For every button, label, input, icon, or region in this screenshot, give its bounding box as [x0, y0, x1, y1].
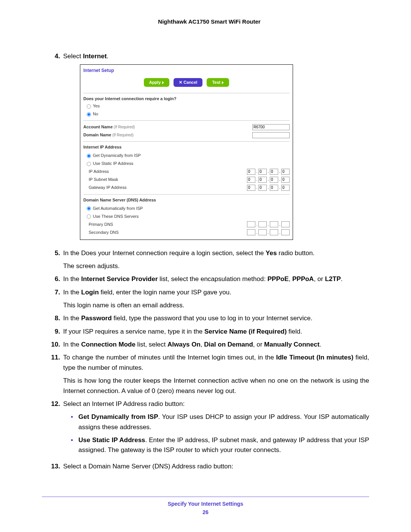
gw-oct1[interactable]: [247, 185, 255, 191]
pdns-oct2[interactable]: [258, 221, 267, 227]
step4-prefix: Select: [63, 53, 83, 60]
account-name-input[interactable]: [252, 124, 290, 130]
apply-arrow-icon: [162, 81, 164, 84]
no-label: No: [93, 112, 98, 116]
gw-oct3[interactable]: [270, 185, 278, 191]
panel-title: Internet Setup: [80, 65, 293, 76]
step12-bullet1: Get Dynamically from ISP. Your ISP uses …: [71, 412, 369, 432]
ip-oct3[interactable]: [270, 169, 278, 175]
sdns-label: Secondary DNS: [83, 229, 247, 236]
page-footer: Specify Your Internet Settings 26: [42, 497, 369, 515]
mask-oct3[interactable]: [270, 177, 278, 183]
mask-oct1[interactable]: [247, 177, 255, 183]
sdns-oct2[interactable]: [258, 229, 267, 235]
step11-line2: This is how long the router keeps the In…: [63, 376, 369, 396]
account-hint: (If Required): [113, 125, 135, 129]
pdns-oct3[interactable]: [270, 221, 278, 227]
sdns-oct4[interactable]: [281, 229, 290, 235]
test-arrow-icon: [222, 81, 224, 84]
ip-static-label: Use Static IP Address: [93, 161, 133, 166]
step10-text: In the Connection Mode list, select Alwa…: [63, 340, 369, 350]
cancel-button[interactable]: ✕Cancel: [174, 78, 202, 87]
pdns-oct1[interactable]: [247, 221, 255, 227]
step5-line2: The screen adjusts.: [63, 261, 369, 271]
step-number: 12.: [49, 399, 60, 459]
sdns-oct1[interactable]: [247, 229, 255, 235]
step12-lead: Select an Internet IP Address radio butt…: [63, 399, 369, 409]
yes-label: Yes: [93, 104, 100, 108]
mask-oct2[interactable]: [258, 177, 267, 183]
gw-oct4[interactable]: [281, 185, 290, 191]
step-number: 4.: [49, 51, 60, 245]
ip-dynamic-radio[interactable]: [87, 154, 91, 158]
step-number: 6.: [49, 274, 60, 284]
ip-oct2[interactable]: [258, 169, 267, 175]
dns-manual-label: Use These DNS Servers: [93, 214, 139, 219]
step7-line1: In the Login field, enter the login name…: [63, 288, 369, 297]
step12-bullet2: Use Static IP Address. Enter the IP addr…: [71, 435, 369, 455]
step13-text: Select a Domain Name Server (DNS) Addres…: [63, 462, 369, 471]
step7-line2: This login name is often an email addres…: [63, 300, 369, 310]
dns-manual-radio[interactable]: [87, 214, 91, 219]
gateway-label: Gateway IP Address: [83, 184, 247, 191]
internet-setup-screenshot: Internet Setup Apply ✕Cancel Test Does y…: [80, 64, 293, 240]
step4-text: Select Internet.: [63, 51, 369, 61]
subnet-label: IP Subnet Mask: [83, 176, 247, 183]
step-number: 9.: [49, 327, 60, 337]
step4-bold: Internet: [83, 53, 107, 60]
pdns-oct4[interactable]: [281, 221, 290, 227]
domain-name-label: Domain Name: [83, 133, 111, 137]
sdns-oct3[interactable]: [270, 229, 278, 235]
ip-oct4[interactable]: [281, 169, 290, 175]
step11-line1: To change the number of minutes until th…: [63, 353, 369, 373]
ip-address-label: IP Address: [83, 168, 247, 175]
close-icon: ✕: [179, 80, 182, 85]
pdns-label: Primary DNS: [83, 221, 247, 228]
step8-text: In the Password field, type the password…: [63, 313, 369, 323]
ip-oct1[interactable]: [247, 169, 255, 175]
dns-auto-label: Get Automatically from ISP: [93, 206, 143, 211]
domain-name-input[interactable]: [252, 132, 290, 138]
test-button[interactable]: Test: [207, 78, 229, 87]
login-yes-radio[interactable]: [87, 104, 91, 109]
step-number: 11.: [49, 353, 60, 396]
doc-header: Nighthawk AC1750 Smart WiFi Router: [49, 18, 369, 25]
ip-dynamic-label: Get Dynamically from ISP: [93, 153, 141, 158]
footer-section: Specify Your Internet Settings: [42, 501, 369, 507]
step-number: 8.: [49, 313, 60, 323]
login-no-radio[interactable]: [87, 112, 91, 117]
step4-suffix: .: [107, 53, 108, 60]
step-number: 13.: [49, 462, 60, 471]
apply-button[interactable]: Apply: [144, 78, 170, 87]
step-number: 5.: [49, 248, 60, 272]
mask-oct4[interactable]: [281, 177, 290, 183]
login-question: Does your Internet connection require a …: [83, 96, 290, 102]
step9-text: If your ISP requires a service name, typ…: [63, 327, 369, 337]
account-name-label: Account Name: [83, 125, 113, 129]
step-number: 7.: [49, 288, 60, 311]
gw-oct2[interactable]: [258, 185, 267, 191]
ip-static-radio[interactable]: [87, 162, 91, 166]
step-number: 10.: [49, 340, 60, 350]
ip-section-heading: Internet IP Address: [83, 144, 290, 150]
domain-hint: (If Required): [111, 133, 133, 137]
dns-section-heading: Domain Name Server (DNS) Address: [83, 197, 290, 203]
page-number: 26: [42, 509, 369, 515]
dns-auto-radio[interactable]: [87, 206, 91, 211]
step6-text: In the Internet Service Provider list, s…: [63, 274, 369, 284]
step5-line1: In the Does your Internet connection req…: [63, 248, 369, 258]
